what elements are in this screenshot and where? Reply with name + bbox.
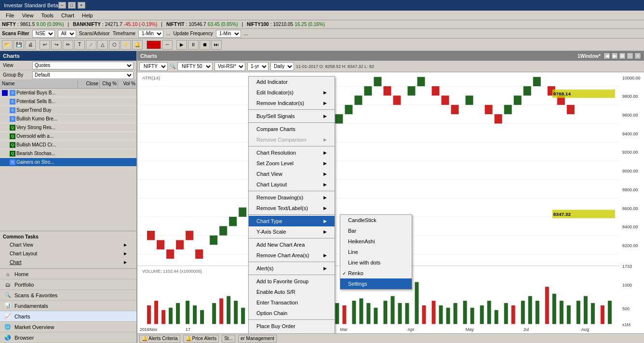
fast-forward-btn[interactable]: ⏭ [211, 40, 222, 50]
ctx-enter-transaction[interactable]: Enter Transaction [249, 297, 335, 308]
nav-home[interactable]: ⌂ Home [0, 269, 136, 279]
chart-win-expand[interactable]: ⊞ [619, 53, 626, 59]
management-btn[interactable]: er Management [238, 335, 277, 343]
menu-file[interactable]: File [2, 12, 18, 19]
toolbar-btn-9[interactable]: △ [97, 40, 108, 50]
close-button[interactable]: × [78, 2, 85, 9]
period-select[interactable]: 1-Min [138, 30, 163, 38]
toolbar-btn-10[interactable]: ⬡ [109, 40, 120, 50]
menu-tools[interactable]: Tools [37, 12, 57, 19]
filter-select[interactable]: All [58, 30, 76, 38]
index-selector[interactable]: NIFTY 50 [177, 62, 213, 71]
menu-view[interactable]: View [18, 12, 38, 19]
ctx-remove-drawings[interactable]: Remove Drawing(s) ▶ [249, 192, 335, 203]
nav-scans[interactable]: 🔍 Scans & Favorites [0, 290, 136, 301]
list-item[interactable]: S Potential Buys B... [0, 89, 136, 97]
play-btn[interactable]: ▶ [176, 40, 187, 50]
menu-chart[interactable]: Chart [57, 12, 78, 19]
maximize-button[interactable]: □ [68, 2, 76, 9]
chart-win-close[interactable]: × [634, 53, 641, 59]
list-item[interactable]: Q Very Strong Res... [0, 123, 136, 132]
stop-btn[interactable]: ⏹ [200, 40, 210, 50]
toolbar-btn-3[interactable]: 🖨 [25, 40, 36, 50]
list-item[interactable]: S SuperTrend Buy [0, 106, 136, 115]
toolbar-btn-2[interactable]: 💾 [13, 40, 24, 50]
toolbar-btn-1[interactable]: 📂 [2, 40, 13, 50]
nav-charts[interactable]: 📈 Charts [0, 311, 136, 322]
ctx-remove-chart-area[interactable]: Remove Chart Area(s) ▶ [249, 250, 335, 261]
ctx-add-favorite[interactable]: Add to Favorite Group [249, 276, 335, 287]
view-row: View Quotes [0, 61, 136, 70]
update-period-select[interactable]: 1-Min [216, 30, 241, 38]
color-picker[interactable] [147, 40, 161, 49]
toolbar-btn-8[interactable]: ⟋ [86, 40, 96, 50]
chart-win-prev[interactable]: ◀ [604, 53, 610, 59]
ctx-y-axis-scale[interactable]: Y-Axis Scale ▶ [249, 226, 335, 237]
task-chart-view[interactable]: Chart View ▶ [0, 240, 136, 249]
task-chart[interactable]: Chart ▶ [0, 258, 136, 266]
resolution-selector[interactable]: Daily [270, 62, 294, 71]
toolbar-btn-5[interactable]: ↪ [51, 40, 62, 50]
pause-btn[interactable]: ⏸ [188, 40, 199, 50]
list-item[interactable]: S Potential Sells B... [0, 97, 136, 106]
ctx-sub-candlestick[interactable]: CandleStick [340, 215, 412, 225]
ctx-sub-heikenashi[interactable]: HeikenAshi [340, 236, 412, 247]
ctx-sub-settings[interactable]: Settings [340, 278, 412, 289]
ctx-remove-comparison[interactable]: Remove Comparison ▶ [249, 134, 335, 145]
ctx-enable-auto-sr[interactable]: Enable Auto S/R [249, 287, 335, 297]
ctx-compare-charts[interactable]: Compare Charts [249, 124, 335, 134]
period-selector[interactable]: 1-yr [247, 62, 268, 71]
ctx-sub-line[interactable]: Line [340, 247, 412, 257]
nav-fundamentals[interactable]: 📊 Fundamentals [0, 301, 136, 311]
toolbar-btn-4[interactable]: ↩ [40, 40, 50, 50]
ctx-place-buy[interactable]: Place Buy Order [249, 321, 335, 331]
list-item[interactable]: Q Bearish Stochas... [0, 149, 136, 158]
list-item[interactable]: Q Bullish MACD Cr... [0, 141, 136, 149]
price-alerts-btn[interactable]: 🔔 Price Alerts [183, 335, 219, 343]
ctx-place-sell[interactable]: Place Sell Order [249, 331, 335, 333]
ctx-option-chain[interactable]: Option Chain [249, 308, 335, 318]
menu-help[interactable]: Help [78, 12, 97, 19]
ctx-chart-resolution[interactable]: Chart Resolution ▶ [249, 147, 335, 158]
ctx-add-indicator[interactable]: Add Indicator [249, 77, 335, 87]
ctx-edit-indicator[interactable]: Edit Indicator(s) ▶ [249, 87, 335, 98]
ctx-remove-text[interactable]: Remove Text/Label(s) ▶ [249, 203, 335, 213]
st-btn[interactable]: St... [222, 335, 235, 343]
ctx-sep-4 [249, 191, 335, 191]
right-panel: Charts 1Window* ◀ ▶ ⊞ □ × NIFTY 🔍 NIFTY … [137, 51, 644, 343]
chart-list-header: Name Close Chg % Vol % [0, 80, 136, 89]
toolbar-btn-6[interactable]: ✏ [63, 40, 73, 50]
toolbar-btn-11[interactable]: ⚡ [121, 40, 131, 50]
list-item[interactable]: Q Oversold with a... [0, 132, 136, 141]
indicator-selector[interactable]: Vol-RSI* [215, 62, 245, 71]
toolbar-btn-7[interactable]: T [74, 40, 85, 50]
chart-win-float[interactable]: □ [627, 53, 633, 59]
list-item-selected[interactable]: S Gainers on Stro... [0, 158, 136, 167]
alerts-criteria-btn[interactable]: 🔔 Alerts Criteria [139, 335, 180, 343]
ctx-set-zoom[interactable]: Set Zoom Level ▶ [249, 158, 335, 169]
toolbar-btn-12[interactable]: 🔔 [132, 40, 143, 50]
view-select[interactable]: Quotes [32, 62, 134, 69]
ctx-remove-indicator[interactable]: Remove Indicator(s) ▶ [249, 98, 335, 108]
ctx-buy-sell-signals[interactable]: Buy/Sell Signals ▶ [249, 111, 335, 121]
group-select[interactable]: Default [32, 71, 134, 79]
ctx-sub-bar[interactable]: Bar [340, 225, 412, 236]
list-item[interactable]: S Bullish Kumo Bre... [0, 115, 136, 123]
ctx-sub-renko[interactable]: ✓ Renko [340, 268, 412, 278]
nav-browser[interactable]: 🌏 Browser [0, 332, 136, 343]
ctx-chart-view[interactable]: Chart View ▶ [249, 169, 335, 179]
ctx-chart-layout[interactable]: Chart Layout ▶ [249, 179, 335, 190]
portfolio-icon: 🗂 [4, 281, 12, 289]
ctx-add-chart-area[interactable]: Add New Chart Area [249, 239, 335, 250]
nav-market-overview[interactable]: 🌐 Market Overview [0, 322, 136, 332]
ctx-chart-type[interactable]: Chart Type ▶ [249, 216, 335, 226]
toolbar-line-style[interactable]: ─ [162, 40, 173, 50]
task-chart-layout[interactable]: Chart Layout ▶ [0, 249, 136, 258]
ctx-alerts[interactable]: Alert(s) ▶ [249, 263, 335, 274]
ctx-sub-line-dots[interactable]: Line with dots [340, 257, 412, 268]
nav-portfolio[interactable]: 🗂 Portfolio [0, 279, 136, 290]
chart-win-next[interactable]: ▶ [611, 53, 618, 59]
exchange-select[interactable]: NSE [32, 30, 55, 38]
minimize-button[interactable]: − [58, 2, 66, 9]
symbol-selector[interactable]: NIFTY [139, 62, 168, 71]
